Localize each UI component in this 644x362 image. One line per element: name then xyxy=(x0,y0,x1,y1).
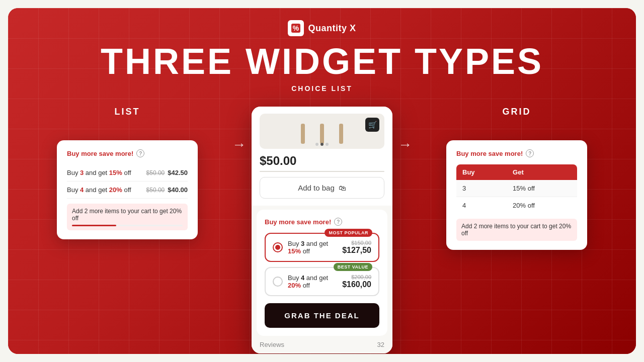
list-card-title-row: Buy more save more! ? xyxy=(67,149,188,157)
grid-card: Buy more save more! ? Buy Get 3 xyxy=(446,140,587,250)
choice-2-old-price: $200,00 xyxy=(342,274,371,280)
product-image: 🛒 xyxy=(260,114,384,149)
page-subtitle: CHOICE LIST xyxy=(291,84,353,93)
grid-col-buy: Buy xyxy=(456,164,507,180)
grid-row-2: 4 20% off xyxy=(456,197,577,214)
main-heading: THREE WIDGET TYPES xyxy=(101,43,543,79)
choice-1-old-price: $150,00 xyxy=(342,240,371,246)
dot-2 xyxy=(320,143,324,146)
widgets-row: LIST Buy more save more! ? Buy 3 and get… xyxy=(8,107,636,353)
list-row-2: Buy 4 and get 20% off $50.00 $40.00 xyxy=(67,182,188,199)
furniture-leg-3 xyxy=(339,124,343,144)
add-to-bag-button[interactable]: Add to bag 🛍 xyxy=(260,177,384,199)
list-row-1-text: Buy 3 and get 15% off xyxy=(67,169,131,176)
choice-1-prices: $150,00 $127,50 xyxy=(342,240,371,255)
choice-help-icon[interactable]: ? xyxy=(334,218,342,226)
list-label: LIST xyxy=(115,107,140,117)
grid-table-header: Buy Get xyxy=(456,164,577,180)
list-card: Buy more save more! ? Buy 3 and get 15% … xyxy=(57,140,198,239)
arrow-right: → xyxy=(392,137,418,153)
arrow-left: → xyxy=(226,137,252,153)
choice-1-text: Buy 3 and get 15% off xyxy=(288,240,337,255)
radio-2[interactable] xyxy=(273,277,283,287)
grid-row-2-buy: 4 xyxy=(456,197,507,214)
list-row-2-text: Buy 4 and get 20% off xyxy=(67,186,131,194)
dot-1 xyxy=(315,143,318,146)
furniture-leg-2 xyxy=(320,124,324,144)
radio-1[interactable] xyxy=(273,242,283,252)
grid-section: GRID Buy more save more! ? Buy Get xyxy=(418,107,616,235)
grid-table: Buy Get 3 15% off 4 20% off xyxy=(456,164,577,214)
list-help-icon[interactable]: ? xyxy=(136,149,144,157)
list-upsell-text: Add 2 more items to your cart to get 20%… xyxy=(72,208,182,222)
list-row-1: Buy 3 and get 15% off $50.00 $42.50 xyxy=(67,164,188,182)
badge-popular: MOST POPULAR xyxy=(325,229,372,237)
choice-2-text: Buy 4 and get 20% off xyxy=(288,274,337,289)
list-row-2-old-price: $50.00 xyxy=(146,187,165,194)
badge-value: BEST VALUE xyxy=(334,263,372,271)
svg-text:%: % xyxy=(293,24,299,32)
list-row-2-prices: $50.00 $40.00 xyxy=(146,186,188,194)
grid-card-title: Buy more save more! xyxy=(456,150,523,157)
grid-col-get: Get xyxy=(507,164,577,180)
phone-card: 🛒 $50.00 Add to bag 🛍 Buy more save more… xyxy=(252,107,392,353)
add-to-bag-label: Add to bag xyxy=(298,184,335,192)
grid-upsell-text: Add 2 more items to your cart to get 20%… xyxy=(461,223,571,237)
choice-panel-title: Buy more save more! xyxy=(265,218,331,226)
grid-label: GRID xyxy=(503,107,531,117)
grid-row-1-buy: 3 xyxy=(456,180,507,197)
choice-panel: Buy more save more! ? MOST POPULAR Buy 3… xyxy=(257,210,387,336)
list-upsell-progress-track xyxy=(72,225,183,226)
list-upsell-progress-fill xyxy=(72,225,116,226)
progress-dots xyxy=(315,143,329,146)
furniture-leg-1 xyxy=(301,124,305,144)
list-card-title: Buy more save more! xyxy=(67,150,133,157)
grid-upsell-bar: Add 2 more items to your cart to get 20%… xyxy=(456,219,577,241)
list-row-1-new-price: $42.50 xyxy=(168,169,188,176)
furniture-visual xyxy=(301,119,343,144)
grid-row-1: 3 15% off xyxy=(456,180,577,197)
reviews-count: 32 xyxy=(377,341,384,348)
logo-icon: % xyxy=(288,20,304,36)
choice-2-prices: $200,00 $160,00 xyxy=(342,274,371,289)
choice-2-new-price: $160,00 xyxy=(342,280,371,289)
choice-1-new-price: $127,50 xyxy=(342,246,371,255)
logo-row: % Quantity X xyxy=(288,20,356,36)
choice-option-1[interactable]: MOST POPULAR Buy 3 and get 15% off $150,… xyxy=(265,233,379,262)
grid-row-1-get: 15% off xyxy=(507,180,577,197)
cart-icon[interactable]: 🛒 xyxy=(365,118,379,132)
choice-title-row: Buy more save more! ? xyxy=(265,218,379,226)
list-upsell-bar: Add 2 more items to your cart to get 20%… xyxy=(67,204,188,230)
list-row-2-new-price: $40.00 xyxy=(168,186,188,194)
grid-row-2-get: 20% off xyxy=(507,197,577,214)
price-divider xyxy=(260,171,384,172)
grid-help-icon[interactable]: ? xyxy=(526,149,534,157)
list-row-1-old-price: $50.00 xyxy=(146,169,165,176)
dot-3 xyxy=(326,143,329,146)
reviews-row: Reviews 32 xyxy=(252,336,392,353)
choice-section: 🛒 $50.00 Add to bag 🛍 Buy more save more… xyxy=(252,107,392,353)
reviews-label: Reviews xyxy=(260,341,284,348)
list-section: LIST Buy more save more! ? Buy 3 and get… xyxy=(28,107,226,224)
phone-top: 🛒 $50.00 Add to bag 🛍 xyxy=(252,107,392,206)
product-price: $50.00 xyxy=(260,154,384,168)
choice-option-2[interactable]: BEST VALUE Buy 4 and get 20% off $200,00… xyxy=(265,267,379,296)
grab-deal-button[interactable]: GRAB THE DEAL xyxy=(265,303,379,328)
list-row-1-prices: $50.00 $42.50 xyxy=(146,169,188,176)
logo-text: Quantity X xyxy=(308,23,356,34)
grid-card-title-row: Buy more save more! ? xyxy=(456,149,577,157)
